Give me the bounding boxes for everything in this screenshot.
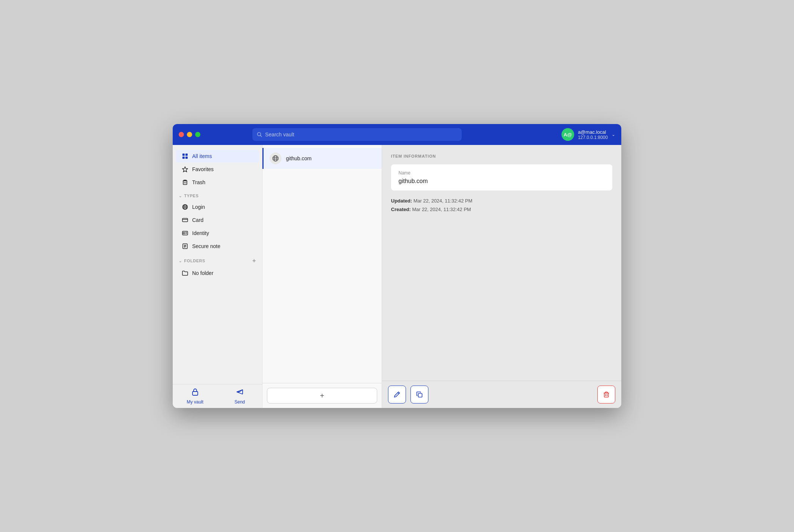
search-bar[interactable]: Search vault <box>252 128 462 141</box>
svg-point-10 <box>183 205 188 210</box>
main-content: All items Favorites <box>173 145 621 408</box>
maximize-button[interactable] <box>195 132 200 137</box>
item-list: github.com + <box>262 145 382 408</box>
sidebar-item-all-items[interactable]: All items <box>176 150 259 163</box>
detail-bottom <box>382 381 621 408</box>
folders-section-label: FOLDERS <box>184 259 205 263</box>
sidebar-item-no-folder[interactable]: No folder <box>176 267 259 279</box>
svg-point-28 <box>273 156 278 161</box>
card-icon <box>182 217 188 223</box>
globe-icon <box>182 204 188 210</box>
sidebar: All items Favorites <box>173 145 262 408</box>
folders-section-header: ⌄ FOLDERS + <box>173 253 262 266</box>
sidebar-item-label: Trash <box>192 179 205 185</box>
svg-rect-4 <box>182 157 185 159</box>
sidebar-item-login[interactable]: Login <box>176 201 259 213</box>
created-label: Created: <box>391 207 411 212</box>
updated-value: Mar 22, 2024, 11:32:42 PM <box>413 198 473 204</box>
close-button[interactable] <box>179 132 184 137</box>
delete-icon <box>603 391 610 398</box>
svg-rect-34 <box>604 393 609 397</box>
traffic-lights <box>179 132 200 137</box>
account-server: 127.0.0.1:8000 <box>578 135 608 140</box>
detail-meta: Updated: Mar 22, 2024, 11:32:42 PM Creat… <box>391 197 612 214</box>
search-placeholder: Search vault <box>265 132 294 137</box>
tab-send[interactable]: Send <box>218 384 262 408</box>
list-item[interactable]: github.com <box>262 148 382 169</box>
svg-rect-2 <box>182 154 185 156</box>
grid-icon <box>182 153 188 160</box>
account-area[interactable]: A@ a@mac.local 127.0.0.1:8000 ⌄ <box>561 128 615 141</box>
item-favicon <box>270 152 281 164</box>
svg-point-11 <box>184 205 186 210</box>
item-name: github.com <box>286 155 311 161</box>
sidebar-item-trash[interactable]: Trash <box>176 176 259 189</box>
identity-icon <box>182 230 188 236</box>
name-value: github.com <box>398 178 605 185</box>
svg-rect-7 <box>183 181 187 185</box>
sidebar-item-label: No folder <box>192 270 213 276</box>
svg-marker-6 <box>182 167 188 172</box>
svg-rect-3 <box>185 154 188 156</box>
avatar: A@ <box>561 128 574 141</box>
folder-icon <box>182 270 188 276</box>
chevron-down-icon: ⌄ <box>612 132 615 137</box>
sidebar-item-label: Login <box>192 204 205 210</box>
lock-icon <box>191 388 199 398</box>
clone-button[interactable] <box>410 386 428 403</box>
sidebar-item-label: Favorites <box>192 166 214 172</box>
svg-line-26 <box>237 392 243 394</box>
add-folder-button[interactable]: + <box>252 257 256 264</box>
sidebar-item-label: All items <box>192 153 212 159</box>
svg-rect-24 <box>193 392 198 395</box>
svg-line-1 <box>261 136 262 137</box>
item-list-bottom: + <box>262 383 382 408</box>
item-list-content: github.com <box>262 145 382 383</box>
add-item-button[interactable]: + <box>267 388 377 403</box>
svg-line-32 <box>398 393 399 394</box>
edit-icon <box>394 391 400 398</box>
account-name: a@mac.local <box>578 129 606 135</box>
search-icon <box>257 132 262 137</box>
star-icon <box>182 166 188 173</box>
tab-my-vault[interactable]: My vault <box>173 384 218 408</box>
titlebar: Search vault A@ a@mac.local 127.0.0.1:80… <box>173 124 621 145</box>
sidebar-nav: All items Favorites <box>173 145 262 384</box>
sidebar-item-label: Identity <box>192 230 209 236</box>
edit-button[interactable] <box>388 386 406 403</box>
svg-point-17 <box>183 232 185 234</box>
created-value: Mar 22, 2024, 11:32:42 PM <box>412 207 471 212</box>
detail-section-title: ITEM INFORMATION <box>391 154 612 158</box>
tab-label: Send <box>234 399 245 405</box>
svg-rect-14 <box>182 219 188 222</box>
account-info: a@mac.local 127.0.0.1:8000 <box>578 129 608 140</box>
trash-icon <box>182 179 188 186</box>
sidebar-item-secure-note[interactable]: Secure note <box>176 240 259 253</box>
types-section-label: TYPES <box>184 194 199 198</box>
types-section-header: ⌄ TYPES <box>173 189 262 200</box>
note-icon <box>182 243 188 250</box>
sidebar-item-favorites[interactable]: Favorites <box>176 163 259 176</box>
sidebar-bottom: My vault Send <box>173 384 262 408</box>
sidebar-item-label: Card <box>192 217 203 223</box>
clone-icon <box>416 391 423 398</box>
svg-rect-33 <box>418 393 422 397</box>
send-icon <box>236 388 244 398</box>
sidebar-item-label: Secure note <box>192 243 221 249</box>
types-chevron-icon[interactable]: ⌄ <box>179 194 182 198</box>
delete-button[interactable] <box>597 386 615 403</box>
tab-label: My vault <box>187 399 203 405</box>
svg-rect-5 <box>185 157 188 159</box>
sidebar-item-identity[interactable]: Identity <box>176 227 259 239</box>
detail-card: Name github.com <box>391 164 612 191</box>
updated-label: Updated: <box>391 198 412 204</box>
sidebar-item-card[interactable]: Card <box>176 214 259 226</box>
detail-panel: ITEM INFORMATION Name github.com Updated… <box>382 145 621 408</box>
detail-content: ITEM INFORMATION Name github.com Updated… <box>382 145 621 381</box>
svg-point-29 <box>274 156 277 161</box>
minimize-button[interactable] <box>187 132 192 137</box>
folders-chevron-icon[interactable]: ⌄ <box>179 259 182 263</box>
name-label: Name <box>398 170 605 176</box>
app-window: Search vault A@ a@mac.local 127.0.0.1:80… <box>173 124 621 408</box>
